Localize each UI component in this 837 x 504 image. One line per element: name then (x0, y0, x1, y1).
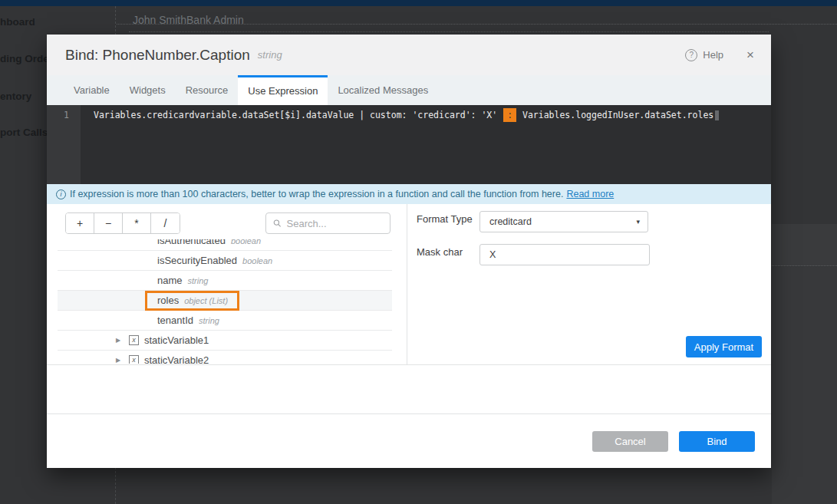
tab-widgets[interactable]: Widgets (120, 75, 176, 105)
dialog-footer: Cancel Bind (47, 414, 771, 467)
node-type: boolean (231, 239, 261, 245)
node-type: string (188, 276, 209, 285)
canvas-widget-outline (772, 224, 837, 266)
code-before: Variables.credicardvariable.dataSet[$i].… (94, 110, 503, 120)
sidebar-item[interactable]: ding Order (0, 53, 53, 64)
help-icon[interactable]: ? (685, 49, 697, 61)
code-after: Variables.loggedInUser.dataSet.roles (517, 110, 713, 120)
read-more-link[interactable]: Read more (566, 189, 614, 199)
close-icon[interactable]: × (746, 48, 754, 63)
cancel-button[interactable]: Cancel (592, 431, 668, 452)
tree-item-name[interactable]: namestring (58, 271, 392, 291)
dialog-body: +−*/ isAuthenticatedbooleanisSecurityEna… (47, 204, 771, 365)
dialog-tabs: VariableWidgetsResourceUse ExpressionLoc… (47, 75, 771, 105)
tree-item-staticVariable1[interactable]: ▶xstaticVariable1 (58, 331, 392, 351)
node-type: boolean (242, 256, 272, 265)
help-button[interactable]: Help (703, 49, 723, 61)
chevron-down-icon: ▾ (636, 212, 640, 232)
orange-highlight-box: rolesobject (List) (145, 291, 239, 311)
node-name: isAuthenticated (157, 239, 226, 246)
tree-item-isAuthenticated[interactable]: isAuthenticatedboolean (58, 239, 392, 251)
variable-icon: x (129, 355, 139, 364)
bind-button[interactable]: Bind (679, 431, 755, 452)
tab-variable[interactable]: Variable (64, 75, 120, 105)
tab-resource[interactable]: Resource (176, 75, 239, 105)
variable-icon: x (129, 335, 139, 345)
operator-button[interactable]: / (151, 213, 180, 233)
tab-localized-messages[interactable]: Localized Messages (328, 75, 438, 105)
search-icon (273, 219, 282, 228)
tree-item-isSecurityEnabled[interactable]: isSecurityEnabledboolean (58, 251, 392, 271)
canvas-dotted-line (129, 31, 769, 32)
info-icon: i (56, 189, 66, 199)
info-banner: i If expression is more than 100 charact… (47, 184, 771, 204)
mask-char-input[interactable] (479, 244, 650, 265)
app-top-navy-bar (0, 0, 837, 6)
node-name: staticVariable1 (144, 334, 209, 346)
canvas-widget-outline (772, 267, 837, 504)
bind-dialog: Bind: PhoneNumber.Caption string ? Help … (47, 35, 771, 468)
sidebar-item[interactable]: hboard (0, 16, 35, 28)
operator-button-group: +−*/ (65, 212, 180, 234)
mask-char-label: Mask char (417, 246, 463, 258)
expand-arrow-icon[interactable]: ▶ (116, 351, 120, 364)
sidebar-item[interactable]: entory (0, 91, 31, 102)
operator-button[interactable]: + (66, 213, 94, 233)
search-box[interactable] (265, 212, 390, 234)
operator-button[interactable]: * (123, 213, 151, 233)
highlighted-colon: : (503, 108, 516, 122)
tab-use-expression[interactable]: Use Expression (238, 75, 328, 105)
dialog-header: Bind: PhoneNumber.Caption string ? Help … (47, 35, 771, 75)
expression-editor[interactable]: 1 Variables.credicardvariable.dataSet[$i… (47, 105, 771, 184)
expand-arrow-icon[interactable]: ▶ (116, 331, 120, 350)
format-type-label: Format Type (417, 213, 473, 225)
tree-item-tenantId[interactable]: tenantIdstring (58, 311, 392, 331)
tree-item-roles[interactable]: rolesobject (List) (58, 291, 392, 311)
variable-tree: isAuthenticatedbooleanisSecurityEnabledb… (58, 239, 392, 364)
info-text: If expression is more than 100 character… (70, 189, 563, 199)
text-cursor (715, 110, 719, 120)
dialog-title: Bind: PhoneNumber.Caption (65, 47, 250, 64)
node-name: tenantId (157, 315, 193, 326)
apply-format-button[interactable]: Apply Format (686, 336, 762, 357)
dialog-type-label: string (258, 49, 282, 61)
panel-divider (407, 204, 407, 364)
tree-item-staticVariable2[interactable]: ▶xstaticVariable2 (58, 351, 392, 364)
node-type: string (199, 316, 219, 325)
node-name: roles (157, 295, 179, 306)
node-type: object (List) (184, 296, 228, 305)
user-label: John SmithBank Admin (133, 14, 244, 26)
node-name: staticVariable2 (144, 354, 209, 364)
node-name: isSecurityEnabled (157, 255, 237, 266)
expression-code[interactable]: Variables.credicardvariable.dataSet[$i].… (94, 110, 719, 120)
operator-button[interactable]: − (94, 213, 123, 233)
format-type-value: creditcard (489, 212, 532, 232)
line-number: 1 (64, 110, 69, 120)
node-name: name (157, 275, 183, 286)
sidebar-item[interactable]: port Calls (0, 127, 48, 138)
search-input[interactable] (287, 218, 383, 229)
dialog-spacer (47, 365, 771, 414)
format-type-select[interactable]: creditcard ▾ (479, 211, 648, 232)
